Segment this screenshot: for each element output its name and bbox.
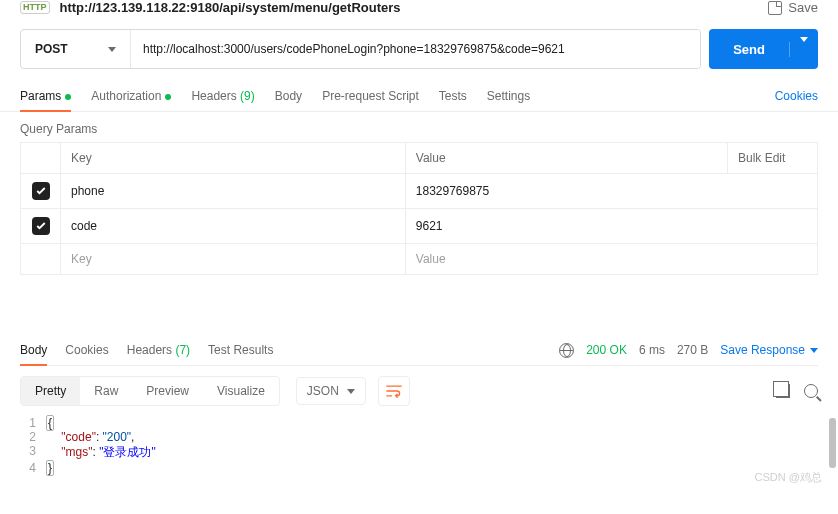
view-pretty[interactable]: Pretty: [21, 377, 80, 405]
request-tab-title: http://123.139.118.22:9180/api/system/me…: [60, 0, 401, 15]
send-label: Send: [709, 42, 789, 57]
param-value[interactable]: 18329769875: [405, 174, 817, 209]
col-key: Key: [61, 143, 406, 174]
save-icon: [768, 1, 782, 15]
view-mode-group: Pretty Raw Preview Visualize: [20, 376, 280, 406]
tab-params[interactable]: Params: [20, 81, 71, 111]
table-row-empty[interactable]: Key Value: [21, 244, 818, 275]
tab-label: Headers: [127, 343, 172, 357]
search-icon[interactable]: [804, 384, 818, 398]
tab-authorization[interactable]: Authorization: [91, 81, 171, 111]
format-value: JSON: [307, 384, 339, 398]
dot-indicator: [65, 94, 71, 100]
tab-label: Headers: [191, 89, 236, 103]
tab-prerequest[interactable]: Pre-request Script: [322, 81, 419, 111]
tab-label: Authorization: [91, 89, 161, 103]
view-raw[interactable]: Raw: [80, 377, 132, 405]
count-badge: (7): [175, 343, 190, 357]
send-button[interactable]: Send: [709, 29, 818, 69]
param-value-placeholder[interactable]: Value: [405, 244, 817, 275]
resp-tab-body[interactable]: Body: [20, 335, 47, 365]
tab-tests[interactable]: Tests: [439, 81, 467, 111]
json-value: "登录成功": [99, 445, 156, 459]
status-code: 200 OK: [586, 343, 627, 357]
param-key[interactable]: phone: [61, 174, 406, 209]
method-value: POST: [35, 42, 68, 56]
tab-settings[interactable]: Settings: [487, 81, 530, 111]
chevron-down-icon: [810, 348, 818, 353]
save-label: Save: [788, 0, 818, 15]
chevron-down-icon: [347, 389, 355, 394]
bulk-edit-link[interactable]: Bulk Edit: [728, 143, 818, 174]
checkbox[interactable]: [32, 217, 50, 235]
query-params-title: Query Params: [0, 112, 838, 142]
response-time: 6 ms: [639, 343, 665, 357]
save-response-button[interactable]: Save Response: [720, 343, 818, 357]
response-body[interactable]: 1{ 2 "code": "200", 3 "mgs": "登录成功" 4} C…: [0, 416, 838, 485]
save-response-label: Save Response: [720, 343, 805, 357]
json-key: "code": [61, 430, 96, 444]
tab-label: Params: [20, 89, 61, 103]
resp-tab-headers[interactable]: Headers (7): [127, 335, 190, 365]
dot-indicator: [165, 94, 171, 100]
send-dropdown[interactable]: [789, 42, 818, 57]
url-input[interactable]: [131, 30, 700, 68]
cookies-link[interactable]: Cookies: [775, 81, 818, 111]
chevron-down-icon: [108, 47, 116, 52]
method-select[interactable]: POST: [21, 30, 131, 68]
tab-body[interactable]: Body: [275, 81, 302, 111]
table-row[interactable]: phone 18329769875: [21, 174, 818, 209]
count-badge: (9): [240, 89, 255, 103]
save-button[interactable]: Save: [768, 0, 818, 15]
param-value[interactable]: 9621: [405, 209, 817, 244]
request-input-group: POST: [20, 29, 701, 69]
col-value: Value: [405, 143, 727, 174]
globe-icon[interactable]: [559, 343, 574, 358]
wrap-lines-button[interactable]: [378, 376, 410, 406]
view-visualize[interactable]: Visualize: [203, 377, 279, 405]
param-key[interactable]: code: [61, 209, 406, 244]
query-params-table: Key Value Bulk Edit phone 18329769875 co…: [20, 142, 818, 275]
http-badge: HTTP: [20, 1, 50, 14]
format-select[interactable]: JSON: [296, 377, 366, 405]
checkbox[interactable]: [32, 182, 50, 200]
chevron-down-icon: [800, 37, 808, 57]
watermark: CSDN @鸡总: [755, 470, 822, 485]
view-preview[interactable]: Preview: [132, 377, 203, 405]
scrollbar-thumb[interactable]: [829, 418, 836, 468]
resp-tab-test-results[interactable]: Test Results: [208, 335, 273, 365]
copy-icon[interactable]: [776, 384, 790, 398]
tab-headers[interactable]: Headers (9): [191, 81, 254, 111]
table-header-row: Key Value Bulk Edit: [21, 143, 818, 174]
param-key-placeholder[interactable]: Key: [61, 244, 406, 275]
resp-tab-cookies[interactable]: Cookies: [65, 335, 108, 365]
response-size: 270 B: [677, 343, 708, 357]
table-row[interactable]: code 9621: [21, 209, 818, 244]
json-value: "200": [103, 430, 132, 444]
json-key: "mgs": [61, 445, 92, 459]
